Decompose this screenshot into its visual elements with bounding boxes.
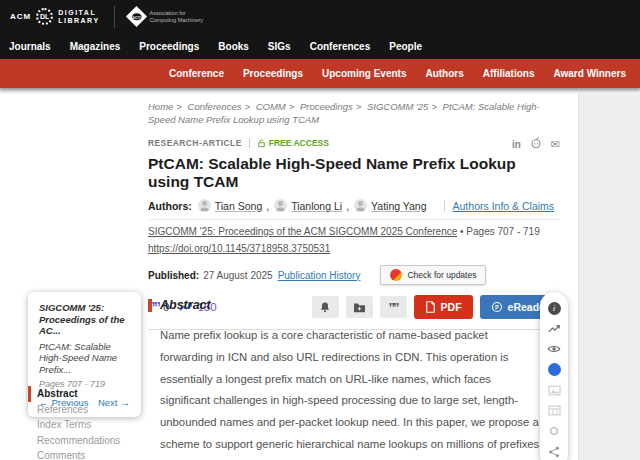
acm-diamond-icon: acm xyxy=(125,6,146,27)
author-link[interactable]: Tianlong Li, xyxy=(274,199,349,212)
subnav-proceedings[interactable]: Proceedings xyxy=(243,68,303,79)
subnav-conference[interactable]: Conference xyxy=(169,68,224,79)
pages-range: Pages 707 - 719 xyxy=(466,226,539,237)
breadcrumb: Home> Conferences> COMM> Proceedings> SI… xyxy=(148,100,563,126)
citations-badge-icon[interactable] xyxy=(547,363,561,377)
abstract-accent-bar xyxy=(148,299,152,312)
section-link-references[interactable]: References xyxy=(37,402,141,418)
association-line2: Computing Machinery xyxy=(150,17,204,24)
header-shadow-strip xyxy=(0,88,640,94)
authors-info-claims-link[interactable]: Authors Info & Claims xyxy=(453,200,555,212)
section-link-recommendations[interactable]: Recommendations xyxy=(37,433,141,449)
proceeding-title[interactable]: SIGCOMM '25: Proceedings of the AC... xyxy=(39,302,130,337)
free-access-badge[interactable]: FREE ACCESS xyxy=(257,138,329,148)
published-row: Published: 27 August 2025 Publication Hi… xyxy=(148,265,560,285)
venue-row: SIGCOMM '25: Proceedings of the ACM SIGC… xyxy=(148,226,560,238)
author-avatar xyxy=(354,199,367,212)
authors-row: Authors: Tian Song, Tianlong Li, Yating … xyxy=(148,199,560,220)
preview-eye-icon[interactable] xyxy=(547,342,561,356)
published-date: 27 August 2025 xyxy=(203,270,273,281)
author-avatar xyxy=(274,199,287,212)
section-link-index-terms[interactable]: Index Terms xyxy=(37,417,141,433)
abstract-section: Abstract Name prefix lookup is a core ch… xyxy=(148,298,540,460)
bullet: • xyxy=(460,226,464,237)
subnav-authors[interactable]: Authors xyxy=(425,68,463,79)
proceedings-link[interactable]: SIGCOMM '25: Proceedings of the ACM SIGC… xyxy=(148,226,457,237)
primary-nav: Journals Magazines Proceedings Books SIG… xyxy=(0,33,640,59)
nav-magazines[interactable]: Magazines xyxy=(70,41,121,52)
site-header: ACM DL DIGITAL LIBRARY acm Association f… xyxy=(0,0,640,59)
section-link-comments[interactable]: Comments xyxy=(37,448,141,460)
crumb-separator: > xyxy=(431,101,437,112)
nav-sigs[interactable]: SIGs xyxy=(268,41,291,52)
authors-label: Authors: xyxy=(148,200,192,212)
share-icon[interactable] xyxy=(547,445,561,459)
access-icon[interactable] xyxy=(547,424,561,438)
crumb-home[interactable]: Home xyxy=(148,101,173,112)
crumb-comm[interactable]: COMM xyxy=(256,101,286,112)
type-divider xyxy=(249,138,250,148)
section-link-abstract[interactable]: Abstract xyxy=(28,386,141,402)
info-icon[interactable]: i xyxy=(547,301,561,315)
share-bar xyxy=(512,134,560,152)
crumb-separator: > xyxy=(289,101,295,112)
author-link[interactable]: Yating Yang xyxy=(354,199,430,212)
article-title: PtCAM: Scalable High-Speed Name Prefix L… xyxy=(148,155,560,191)
metrics-icon[interactable] xyxy=(547,322,561,336)
published-label: Published: xyxy=(148,270,199,281)
publication-history-link[interactable]: Publication History xyxy=(278,270,361,281)
check-for-updates-button[interactable]: Check for updates xyxy=(380,265,486,285)
author-link[interactable]: Tian Song, xyxy=(198,199,269,212)
nav-books[interactable]: Books xyxy=(218,41,249,52)
crossmark-icon xyxy=(390,269,402,281)
current-article-short-title: PtCAM: Scalable High-Speed Name Prefix..… xyxy=(39,341,130,376)
linkedin-icon[interactable] xyxy=(512,134,521,152)
dl-gear-icon: DL xyxy=(36,8,53,25)
doi-link[interactable]: https://doi.org/10.1145/3718958.3750531 xyxy=(148,243,330,254)
subnav-award-winners[interactable]: Award Winners xyxy=(553,68,626,79)
subnav-upcoming-events[interactable]: Upcoming Events xyxy=(322,68,406,79)
open-lock-icon xyxy=(257,138,266,148)
subnav-affiliations[interactable]: Affiliations xyxy=(483,68,535,79)
article-section-nav: Abstract References Index Terms Recommen… xyxy=(28,386,141,460)
crumb-conferences[interactable]: Conferences xyxy=(188,101,242,112)
crumb-separator: > xyxy=(176,101,182,112)
abstract-heading: Abstract xyxy=(160,298,211,312)
media-icon[interactable] xyxy=(547,383,561,397)
nav-people[interactable]: People xyxy=(389,41,422,52)
reddit-icon[interactable] xyxy=(530,137,542,149)
library-label: LIBRARY xyxy=(58,17,99,25)
abstract-text: Name prefix lookup is a core characteris… xyxy=(148,325,540,460)
author-separator: , xyxy=(346,200,349,212)
crumb-proceedings[interactable]: Proceedings xyxy=(300,101,353,112)
article-type-label: RESEARCH-ARTICLE xyxy=(148,138,242,148)
floating-tool-rail: i xyxy=(540,292,568,460)
nav-journals[interactable]: Journals xyxy=(9,41,51,52)
author-avatar xyxy=(198,199,211,212)
tables-icon[interactable] xyxy=(547,404,561,418)
authors-divider xyxy=(444,200,445,212)
crumb-sigcomm25[interactable]: SIGCOMM '25 xyxy=(367,101,428,112)
right-gutter-panel xyxy=(578,94,640,460)
acm-association-logo[interactable]: acm Association for Computing Machinery xyxy=(129,9,204,24)
crumb-separator: > xyxy=(244,101,250,112)
digital-label: DIGITAL xyxy=(58,9,99,17)
acm-dl-logo[interactable]: ACM DL DIGITAL LIBRARY xyxy=(10,8,100,25)
logo-divider xyxy=(114,6,115,28)
conference-subnav: Conference Proceedings Upcoming Events A… xyxy=(0,59,640,88)
acm-logo-text: ACM xyxy=(10,12,31,21)
crumb-separator: > xyxy=(356,101,362,112)
nav-conferences[interactable]: Conferences xyxy=(310,41,371,52)
author-separator: , xyxy=(266,200,269,212)
email-icon[interactable] xyxy=(551,134,560,152)
nav-proceedings[interactable]: Proceedings xyxy=(139,41,199,52)
